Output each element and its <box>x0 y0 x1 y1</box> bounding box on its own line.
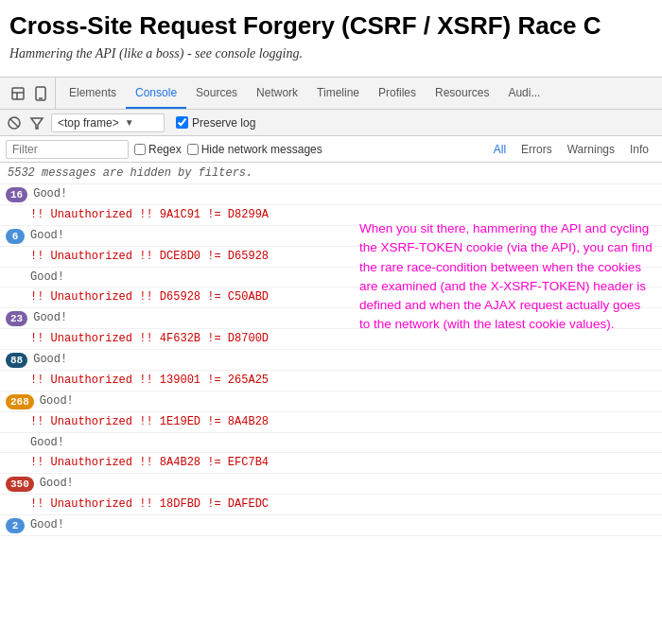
tab-console[interactable]: Console <box>126 78 186 109</box>
preserve-log-label: Preserve log <box>192 116 255 130</box>
filter-info-button[interactable]: Info <box>622 141 656 158</box>
console-content: 5532 messages are hidden by filters. 16 … <box>0 163 662 536</box>
tab-elements[interactable]: Elements <box>60 78 126 109</box>
svg-rect-0 <box>12 88 24 99</box>
console-text: !! Unauthorized !! DCE8D0 != D65928 <box>30 249 269 265</box>
tab-timeline[interactable]: Timeline <box>307 78 369 109</box>
dropdown-arrow-icon: ▼ <box>125 117 134 128</box>
filter-input[interactable] <box>6 140 129 159</box>
console-text: Good! <box>40 393 74 409</box>
console-row: 2 Good! <box>0 515 662 536</box>
console-row: !! Unauthorized !! 18DFBD != DAFEDC <box>0 495 662 515</box>
count-badge: 23 <box>6 311 27 326</box>
page-subtitle: Hammering the API (like a boss) - see co… <box>9 46 653 61</box>
console-row: Good! <box>0 433 662 454</box>
count-badge: 268 <box>6 394 34 409</box>
console-row: !! Unauthorized !! 8A4B28 != EFC7B4 <box>0 453 662 474</box>
devtools-toolbar: <top frame> ▼ Preserve log <box>0 110 662 136</box>
console-row: !! Unauthorized !! 139001 != 265A25 <box>0 371 662 392</box>
count-badge: 16 <box>6 187 27 202</box>
filter-levels: All Errors Warnings Info <box>486 141 656 158</box>
console-row: 350 Good! <box>0 474 662 495</box>
filter-all-button[interactable]: All <box>486 141 514 158</box>
console-row: 16 Good! <box>0 184 662 205</box>
devtools-tab-bar: Elements Console Sources Network Timelin… <box>0 78 662 110</box>
console-text: !! Unauthorized !! 9A1C91 != D8299A <box>30 207 269 223</box>
console-text: !! Unauthorized !! 8A4B28 != EFC7B4 <box>30 455 269 471</box>
svg-marker-7 <box>31 118 43 129</box>
preserve-log-checkbox[interactable] <box>176 116 188 129</box>
clear-console-icon[interactable] <box>6 114 23 131</box>
console-text: Good! <box>33 186 67 202</box>
filter-errors-button[interactable]: Errors <box>514 141 560 158</box>
tab-audits[interactable]: Audi... <box>498 78 549 109</box>
device-icon[interactable] <box>32 85 49 102</box>
frame-select[interactable]: <top frame> ▼ <box>51 113 165 132</box>
count-badge: 88 <box>6 353 27 368</box>
console-text: Good! <box>30 228 64 244</box>
console-row: 268 Good! <box>0 392 662 412</box>
tab-icons <box>4 78 56 109</box>
console-text: Good! <box>40 476 74 492</box>
inspect-icon[interactable] <box>9 85 26 102</box>
console-text: !! Unauthorized !! 18DFBD != DAFEDC <box>30 496 269 513</box>
console-text: Good! <box>33 352 67 368</box>
hide-network-option[interactable]: Hide network messages <box>187 143 322 156</box>
console-text: !! Unauthorized !! 4F632B != D8700D <box>30 331 269 347</box>
console-text: Good! <box>30 270 64 286</box>
hide-network-checkbox[interactable] <box>187 144 199 155</box>
filter-bar: Regex Hide network messages All Errors W… <box>0 136 662 163</box>
console-filter-message: 5532 messages are hidden by filters. <box>0 163 662 184</box>
page-title: Cross-Site Request Forgery (CSRF / XSRF)… <box>9 11 653 41</box>
frame-label: <top frame> <box>58 116 119 130</box>
count-badge: 2 <box>6 518 25 533</box>
console-text: Good! <box>33 310 67 326</box>
console-row: 88 Good! <box>0 350 662 371</box>
annotation-bubble: When you sit there, hammering the API an… <box>359 219 653 335</box>
regex-option[interactable]: Regex <box>134 143 182 156</box>
page-header: Cross-Site Request Forgery (CSRF / XSRF)… <box>0 0 662 67</box>
svg-line-6 <box>10 119 18 127</box>
console-text: Good! <box>30 517 64 533</box>
console-row: !! Unauthorized !! 1E19ED != 8A4B28 <box>0 412 662 433</box>
filter-warnings-button[interactable]: Warnings <box>560 141 622 158</box>
console-text: !! Unauthorized !! 1E19ED != 8A4B28 <box>30 414 269 430</box>
tab-sources[interactable]: Sources <box>186 78 247 109</box>
regex-checkbox[interactable] <box>134 144 146 155</box>
console-text: !! Unauthorized !! 139001 != 265A25 <box>30 373 269 389</box>
count-badge: 350 <box>6 477 34 492</box>
devtools-panel: Elements Console Sources Network Timelin… <box>0 77 662 536</box>
console-text: Good! <box>30 435 64 451</box>
tab-network[interactable]: Network <box>247 78 307 109</box>
regex-label: Regex <box>148 143 182 156</box>
hide-network-label: Hide network messages <box>201 143 322 156</box>
count-badge: 6 <box>6 229 25 244</box>
console-text: !! Unauthorized !! D65928 != C50ABD <box>30 289 269 305</box>
tab-resources[interactable]: Resources <box>426 78 498 109</box>
filter-icon[interactable] <box>28 114 45 131</box>
preserve-log-option: Preserve log <box>176 116 255 130</box>
tab-profiles[interactable]: Profiles <box>369 78 426 109</box>
